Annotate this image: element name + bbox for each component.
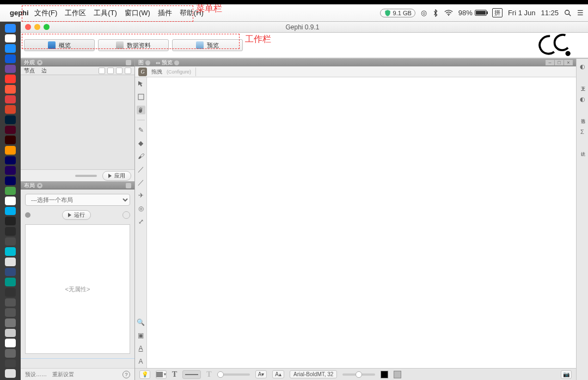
- background-color-button[interactable]: ▾: [156, 370, 167, 379]
- close-icon[interactable]: [174, 60, 179, 65]
- memory-indicator[interactable]: 9.1 GB: [380, 9, 415, 17]
- pointer-tool-icon[interactable]: [137, 79, 145, 88]
- magnifier-icon[interactable]: 🔍: [137, 318, 145, 327]
- window-max-icon[interactable]: □: [555, 60, 564, 65]
- spotlight-icon[interactable]: [564, 9, 572, 17]
- notification-icon[interactable]: ☰: [577, 9, 584, 17]
- node-pencil-icon[interactable]: ／: [137, 178, 145, 187]
- layout-select[interactable]: ---选择一个布局: [25, 194, 130, 206]
- show-edge-labels-toggle[interactable]: T: [206, 370, 211, 379]
- preset-button[interactable]: 预设……: [25, 371, 47, 378]
- battery-indicator[interactable]: 98%: [458, 9, 487, 17]
- menu-date[interactable]: Fri 1 Jun: [508, 9, 536, 17]
- dock-app-28[interactable]: [5, 308, 16, 317]
- appearance-tab-edges[interactable]: 边: [41, 67, 47, 75]
- graph-tab[interactable]: 图: [138, 59, 150, 66]
- window-close-icon[interactable]: ×: [564, 60, 573, 65]
- close-icon[interactable]: ×: [37, 183, 42, 188]
- dock-app-5[interactable]: [5, 75, 16, 83]
- statistics-label[interactable]: 统计: [578, 144, 587, 152]
- dock-app-16[interactable]: [5, 187, 16, 195]
- dock-app-4[interactable]: [5, 65, 16, 73]
- dock-app-22[interactable]: [5, 247, 16, 256]
- dock-app-20[interactable]: [5, 227, 16, 236]
- wifi-icon[interactable]: [444, 10, 453, 16]
- dock-app-24[interactable]: [5, 268, 16, 277]
- apply-button[interactable]: 应用: [102, 171, 131, 181]
- font-selector[interactable]: Arial-BoldMT, 32: [290, 370, 337, 378]
- dock-app-17[interactable]: [5, 197, 16, 205]
- dock-app-0[interactable]: [5, 24, 16, 33]
- panel-options-icon[interactable]: [126, 183, 131, 188]
- drag-mode-label[interactable]: 拖拽: [151, 68, 162, 76]
- dock-app-6[interactable]: [5, 85, 16, 94]
- edge-weight-slider[interactable]: [217, 373, 250, 376]
- dock-app-26[interactable]: [5, 288, 16, 297]
- close-icon[interactable]: ×: [37, 60, 42, 65]
- reset-sizes-icon[interactable]: A: [137, 357, 145, 366]
- sizer-tool-icon[interactable]: ◆: [137, 139, 145, 148]
- brush-tool-icon[interactable]: 🖌: [137, 152, 145, 161]
- filters-panel-icon[interactable]: ◐: [578, 95, 587, 103]
- menu-time[interactable]: 11:25: [541, 9, 559, 17]
- graph-canvas[interactable]: [147, 77, 576, 368]
- dock-app-33[interactable]: [5, 359, 16, 368]
- context-label[interactable]: 上下文: [578, 78, 587, 87]
- airplane-tool-icon[interactable]: ✈: [137, 191, 145, 200]
- reset-icon[interactable]: [122, 211, 130, 219]
- dock-app-21[interactable]: [5, 237, 16, 246]
- reset-settings-button[interactable]: 重新设置: [52, 371, 74, 378]
- bluetooth-icon[interactable]: [432, 9, 439, 17]
- input-method[interactable]: 拼: [492, 8, 503, 17]
- dock-app-7[interactable]: [5, 95, 16, 104]
- dock-app-15[interactable]: [5, 176, 16, 185]
- dock-app-13[interactable]: [5, 156, 16, 165]
- help-icon[interactable]: ?: [122, 371, 130, 378]
- spline-icon[interactable]: [75, 175, 97, 177]
- dock-app-14[interactable]: [5, 166, 16, 175]
- size-icon[interactable]: [107, 68, 114, 74]
- screenshot-button[interactable]: 📷: [561, 370, 572, 379]
- configure-link[interactable]: (Configure): [167, 69, 191, 75]
- pencil-tool-icon[interactable]: ✎: [137, 126, 145, 134]
- dock-app-12[interactable]: [5, 146, 16, 155]
- preview-tab[interactable]: ⇔预览: [156, 59, 179, 66]
- label-color-icon[interactable]: [116, 68, 122, 74]
- dock-app-34[interactable]: [5, 369, 16, 378]
- rect-select-tool-icon[interactable]: [137, 93, 145, 101]
- bulb-icon[interactable]: 💡: [139, 370, 150, 379]
- dock-app-1[interactable]: [5, 34, 16, 43]
- show-labels-toggle[interactable]: T: [172, 370, 177, 379]
- dock-app-23[interactable]: [5, 258, 16, 266]
- label-size-slider[interactable]: [342, 373, 375, 376]
- font-smaller-button[interactable]: A▾: [255, 370, 267, 378]
- close-icon[interactable]: [145, 60, 150, 65]
- dock-app-2[interactable]: [5, 44, 16, 53]
- dock-app-9[interactable]: [5, 115, 16, 124]
- dock-app-10[interactable]: [5, 126, 16, 134]
- dock-app-18[interactable]: [5, 207, 16, 216]
- label-color-swatch[interactable]: [381, 371, 388, 378]
- filters-label[interactable]: 筛选: [578, 111, 587, 120]
- dock-app-27[interactable]: [5, 298, 16, 307]
- edge-toggle[interactable]: [182, 370, 201, 379]
- dock-app-19[interactable]: [5, 217, 16, 225]
- panel-options-icon[interactable]: [126, 60, 131, 65]
- dock-app-32[interactable]: [5, 349, 16, 358]
- font-larger-button[interactable]: A▴: [272, 370, 284, 378]
- statistics-panel-icon[interactable]: Σ: [578, 127, 587, 136]
- dock-app-11[interactable]: [5, 136, 16, 144]
- run-button[interactable]: 运行: [62, 210, 91, 220]
- context-panel-icon[interactable]: ◐: [578, 62, 587, 71]
- center-icon[interactable]: ▣: [137, 331, 145, 340]
- edge-pencil-icon[interactable]: ／: [137, 165, 145, 174]
- dock-app-30[interactable]: [5, 329, 16, 338]
- dock-app-25[interactable]: [5, 278, 16, 286]
- dock-app-3[interactable]: [5, 54, 16, 63]
- label-size-icon[interactable]: [125, 68, 131, 74]
- palette-icon[interactable]: [99, 68, 105, 74]
- dock-app-31[interactable]: [5, 339, 16, 347]
- reset-colors-icon[interactable]: A: [137, 344, 145, 353]
- appearance-tab-nodes[interactable]: 节点: [24, 67, 35, 75]
- dock-app-8[interactable]: [5, 105, 16, 114]
